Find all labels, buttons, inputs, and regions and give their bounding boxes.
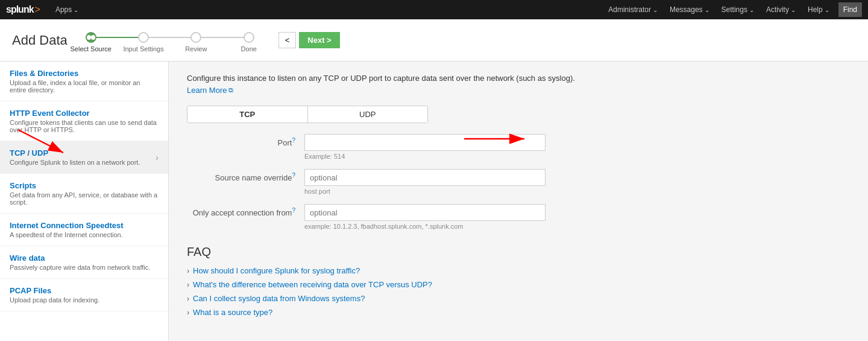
messages-chevron-icon: ⌄	[705, 7, 709, 13]
step-done: Done	[244, 32, 254, 43]
step-input-settings: Input Settings	[138, 32, 149, 43]
step-label-review: Review	[185, 45, 207, 53]
sidebar-item-pcap-files[interactable]: PCAP Files Upload pcap data for indexing…	[0, 279, 168, 311]
wizard-nav-buttons: < Next >	[278, 32, 340, 48]
sidebar-item-scripts-desc: Get data from any API, service, or datab…	[10, 191, 159, 206]
step-circle-review	[190, 32, 201, 43]
sidebar-item-internet-connection-speedtest-title: Internet Connection Speedtest	[10, 221, 124, 230]
only-accept-connection-from-input[interactable]	[304, 204, 546, 221]
apps-label: Apps	[55, 5, 72, 14]
port-hint: Example: 514	[304, 153, 546, 160]
sidebar-item-wire-data[interactable]: Wire data Passively capture wire data fr…	[0, 246, 168, 279]
sidebar-item-internet-connection-speedtest[interactable]: Internet Connection Speedtest A speedtes…	[0, 214, 168, 246]
source-name-override-field-row: Source name override? host port	[187, 169, 850, 195]
port-tooltip-icon[interactable]: ?	[292, 137, 295, 144]
right-content: Configure this instance to listen on any…	[169, 62, 868, 341]
find-button[interactable]: Find	[838, 2, 862, 17]
faq-section: FAQ › How should I configure Splunk for …	[187, 245, 850, 317]
nav-right: Administrator ⌄ Messages ⌄ Settings ⌄ Ac…	[602, 0, 862, 19]
logo-arrow: >	[35, 4, 40, 15]
only-accept-connection-from-hint: example: 10.1.2.3, fbadhost.splunk.com, …	[304, 223, 546, 230]
activity-chevron-icon: ⌄	[791, 7, 796, 13]
faq-item-3[interactable]: › Can I collect syslog data from Windows…	[187, 294, 850, 303]
header-bar: Add Data Select Source Input Settings Re…	[0, 19, 868, 62]
sidebar-item-internet-connection-speedtest-desc: A speedtest of the Internet connection.	[10, 231, 124, 238]
learn-more-link[interactable]: Learn More ⧉	[187, 86, 233, 95]
wizard-steps: Select Source Input Settings Review Done	[86, 32, 254, 43]
step-circle-done	[244, 32, 254, 43]
settings-label: Settings	[722, 5, 747, 14]
help-label: Help	[808, 5, 823, 14]
sidebar-item-pcap-files-desc: Upload pcap data for indexing.	[10, 296, 99, 304]
step-label-select-source: Select Source	[70, 45, 111, 53]
port-field-row: Port? Example: 514	[187, 134, 850, 160]
activity-menu[interactable]: Activity ⌄	[760, 0, 802, 19]
sidebar-item-scripts[interactable]: Scripts Get data from any API, service, …	[0, 174, 168, 214]
udp-toggle-button[interactable]: UDP	[308, 106, 428, 123]
only-accept-connection-from-field-wrapper: example: 10.1.2.3, fbadhost.splunk.com, …	[304, 204, 546, 230]
source-name-override-field-wrapper: host port	[304, 169, 546, 195]
sidebar-item-tcp-udp[interactable]: TCP / UDP Configure Splunk to listen on …	[0, 141, 168, 174]
step-select-source: Select Source	[86, 32, 96, 43]
tcp-toggle-button[interactable]: TCP	[187, 106, 308, 123]
sidebar-item-http-event-collector-title: HTTP Event Collector	[10, 109, 159, 118]
faq-4-chevron-icon: ›	[187, 308, 189, 317]
sidebar-item-wire-data-title: Wire data	[10, 253, 150, 263]
port-label: Port?	[187, 134, 295, 147]
faq-item-2[interactable]: › What's the difference between receivin…	[187, 280, 850, 289]
faq-title: FAQ	[187, 245, 850, 259]
source-name-override-input[interactable]	[304, 169, 546, 186]
sidebar-item-files-directories-title: Files & Directories	[10, 69, 159, 78]
sidebar-item-http-event-collector[interactable]: HTTP Event Collector Configure tokens th…	[0, 101, 168, 141]
logo-text: splunk	[6, 4, 34, 15]
sidebar-item-wire-data-desc: Passively capture wire data from network…	[10, 264, 150, 271]
faq-4-text: What is a source type?	[193, 308, 272, 317]
faq-item-1[interactable]: › How should I configure Splunk for sysl…	[187, 266, 850, 275]
port-field-wrapper: Example: 514	[304, 134, 546, 160]
step-circle-input-settings	[138, 32, 149, 43]
step-label-input-settings: Input Settings	[123, 45, 163, 53]
step-connector-2	[149, 37, 190, 38]
faq-1-chevron-icon: ›	[187, 267, 189, 275]
sidebar-arrow-icon: ›	[156, 153, 159, 162]
step-circle-select-source	[86, 32, 96, 43]
administrator-chevron-icon: ⌄	[653, 7, 658, 13]
only-accept-tooltip-icon[interactable]: ?	[292, 207, 295, 214]
source-name-override-label: Source name override?	[187, 169, 295, 182]
administrator-label: Administrator	[608, 5, 651, 14]
step-connector-3	[201, 37, 243, 38]
activity-label: Activity	[766, 5, 789, 14]
sidebar-item-tcp-udp-title: TCP / UDP	[10, 148, 140, 158]
messages-label: Messages	[670, 5, 703, 14]
sidebar-item-tcp-udp-desc: Configure Splunk to listen on a network …	[10, 159, 140, 166]
messages-menu[interactable]: Messages ⌄	[664, 0, 715, 19]
step-review: Review	[190, 32, 201, 43]
faq-1-text: How should I configure Splunk for syslog…	[193, 266, 360, 275]
description-text: Configure this instance to listen on any…	[187, 74, 850, 83]
help-menu[interactable]: Help ⌄	[802, 0, 835, 19]
sidebar: Files & Directories Upload a file, index…	[0, 62, 169, 341]
next-button[interactable]: Next >	[299, 32, 339, 48]
apps-chevron-icon: ⌄	[74, 7, 78, 13]
prev-button[interactable]: <	[278, 32, 297, 48]
main-content: Files & Directories Upload a file, index…	[0, 62, 868, 341]
only-accept-connection-from-label: Only accept connection from?	[187, 204, 295, 217]
top-navigation: splunk > Apps ⌄ Administrator ⌄ Messages…	[0, 0, 868, 19]
sidebar-item-scripts-title: Scripts	[10, 181, 159, 190]
source-name-tooltip-icon[interactable]: ?	[292, 172, 295, 179]
sidebar-item-http-event-collector-desc: Configure tokens that clients can use to…	[10, 119, 159, 133]
source-name-override-hint: host port	[304, 188, 546, 195]
port-input[interactable]	[304, 134, 546, 151]
splunk-logo[interactable]: splunk >	[6, 4, 40, 15]
faq-3-chevron-icon: ›	[187, 295, 189, 303]
page-title: Add Data	[12, 33, 68, 48]
help-chevron-icon: ⌄	[825, 7, 829, 13]
sidebar-item-files-directories-desc: Upload a file, index a local file, or mo…	[10, 79, 159, 94]
sidebar-item-files-directories[interactable]: Files & Directories Upload a file, index…	[0, 62, 168, 101]
faq-item-4[interactable]: › What is a source type?	[187, 308, 850, 317]
settings-chevron-icon: ⌄	[749, 7, 754, 13]
administrator-menu[interactable]: Administrator ⌄	[602, 0, 664, 19]
apps-menu[interactable]: Apps ⌄	[49, 0, 84, 19]
settings-menu[interactable]: Settings ⌄	[715, 0, 760, 19]
step-connector-1	[96, 37, 138, 38]
